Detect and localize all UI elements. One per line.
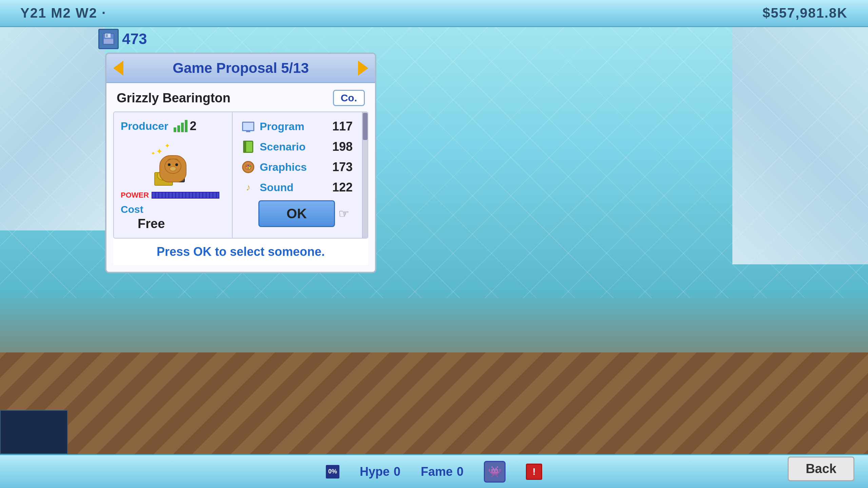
stat-row-sound: ♪ Sound 122 (241, 180, 353, 195)
bar2 (177, 125, 180, 132)
music-note-icon: ♪ (246, 182, 251, 193)
alert-icon: ! (526, 464, 542, 480)
save-count: 473 (122, 30, 147, 47)
character-sprite: ✦ ✦ ✦ (146, 140, 200, 187)
modal-header: Game Proposal 5/13 (106, 54, 375, 83)
ok-button-row: OK ☞ (241, 200, 353, 227)
hype-stat: Hype 0 (360, 465, 400, 479)
prev-proposal-button[interactable] (113, 61, 123, 76)
stat-row-scenario: Scenario 198 (241, 139, 353, 154)
ok-button[interactable]: OK (258, 200, 335, 227)
percent-icon: 0% (326, 465, 339, 479)
date-display: Y21 M2 W2 · (20, 5, 106, 21)
scrollbar[interactable] (362, 112, 368, 238)
graphics-icon (241, 160, 256, 175)
proposal-name: Grizzly Bearington (117, 91, 231, 105)
program-label: Program (260, 120, 328, 133)
stats-wrapper: Program 117 Scenario 198 (241, 119, 359, 231)
hype-value: 0 (394, 465, 400, 479)
bear-sprite (151, 142, 195, 186)
save-area: 473 (98, 29, 147, 49)
modal-content-area: Producer 2 ✦ ✦ (113, 111, 368, 239)
bar4 (185, 120, 188, 132)
svg-point-9 (248, 168, 249, 169)
eye-right (175, 163, 178, 166)
save-icon[interactable] (98, 29, 119, 49)
hype-label: Hype (360, 465, 390, 479)
producer-row: Producer 2 (121, 119, 197, 133)
level-icon: 2 (174, 119, 196, 133)
cost-value: Free (138, 217, 165, 231)
svg-point-6 (248, 165, 249, 166)
co-badge: Co. (333, 90, 365, 106)
sound-value: 122 (332, 180, 353, 195)
game-proposal-modal: Game Proposal 5/13 Grizzly Bearington Co… (105, 53, 376, 273)
power-label: POWER (121, 191, 149, 200)
cursor-icon: ☞ (338, 207, 349, 221)
sound-icon: ♪ (241, 180, 256, 195)
cost-row: Cost Free (121, 204, 165, 231)
sound-label: Sound (260, 181, 328, 194)
bar1 (174, 127, 176, 132)
svg-point-5 (246, 166, 247, 167)
left-panel (0, 410, 68, 454)
monster-icon: 👾 (484, 461, 506, 483)
bear-head (164, 159, 181, 174)
top-bar: Y21 M2 W2 · $557,981.8K (0, 0, 868, 27)
eye-left (168, 163, 171, 166)
scenario-icon (241, 139, 256, 154)
scrollbar-thumb[interactable] (363, 113, 368, 140)
cost-label: Cost (121, 204, 143, 215)
bottom-bar: 0% Hype 0 Fame 0 👾 ! (0, 454, 868, 488)
producer-label: Producer (121, 120, 168, 133)
next-proposal-button[interactable] (358, 61, 368, 76)
snout (170, 166, 176, 171)
palette-icon (242, 161, 254, 173)
press-ok-text: Press OK to select someone. (113, 239, 368, 265)
proposal-name-row: Grizzly Bearington Co. (113, 90, 368, 106)
scenario-value: 198 (332, 140, 353, 154)
hype-percent-stat: 0% (326, 465, 339, 479)
level-number: 2 (190, 119, 196, 133)
book-icon (243, 141, 253, 153)
graphics-value: 173 (332, 160, 353, 174)
bear-body (159, 155, 186, 182)
program-value: 117 (332, 119, 353, 134)
fame-stat: Fame 0 (421, 465, 463, 479)
svg-rect-3 (104, 39, 113, 44)
back-button[interactable]: Back (788, 456, 854, 481)
stat-row-graphics: Graphics 173 (241, 160, 353, 175)
program-icon (241, 119, 256, 134)
scenario-label: Scenario (260, 141, 328, 153)
svg-rect-2 (106, 34, 108, 37)
monitor-icon (242, 122, 254, 131)
bar3 (181, 123, 184, 132)
svg-point-7 (249, 166, 251, 167)
money-display: $557,981.8K (763, 5, 848, 21)
power-bar (152, 192, 219, 199)
fame-value: 0 (457, 465, 463, 479)
content-right: Program 117 Scenario 198 (233, 112, 368, 238)
modal-title: Game Proposal 5/13 (173, 60, 309, 76)
modal-body: Grizzly Bearington Co. Producer (106, 83, 375, 272)
fame-label: Fame (421, 465, 453, 479)
bar-chart-icon (174, 120, 188, 132)
svg-point-8 (249, 167, 250, 169)
graphics-label: Graphics (260, 161, 328, 174)
stat-row-program: Program 117 (241, 119, 353, 134)
content-left: Producer 2 ✦ ✦ (114, 112, 233, 238)
power-row: POWER (121, 191, 219, 200)
